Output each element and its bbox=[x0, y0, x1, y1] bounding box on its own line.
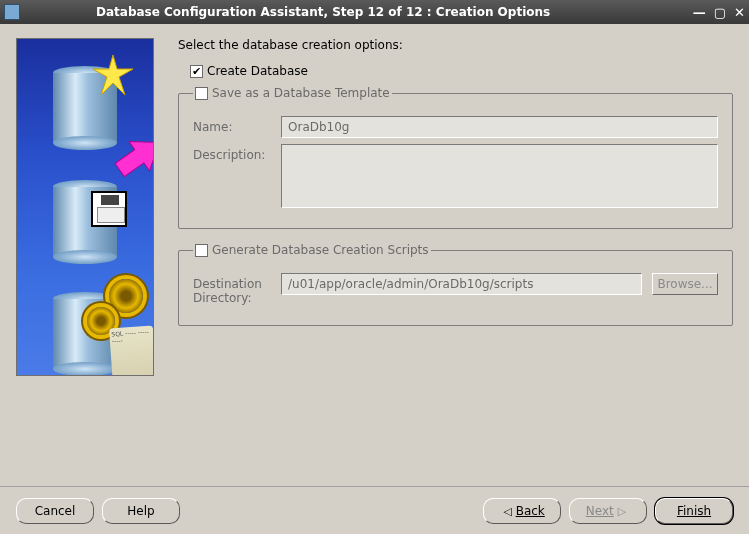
app-icon bbox=[4, 4, 20, 20]
save-template-group: Save as a Database Template Name: OraDb1… bbox=[178, 86, 733, 229]
template-name-input[interactable]: OraDb10g bbox=[281, 116, 718, 138]
generate-scripts-group: Generate Database Creation Scripts Desti… bbox=[178, 243, 733, 326]
browse-button[interactable]: Browse... bbox=[652, 273, 718, 295]
sql-script-icon: SQL ----- ----- ----- bbox=[109, 326, 154, 376]
content-area: SQL ----- ----- ----- Select the databas… bbox=[0, 24, 749, 534]
app-window: Database Configuration Assistant, Step 1… bbox=[0, 0, 749, 534]
floppy-disk-icon bbox=[91, 191, 127, 227]
help-button[interactable]: Help bbox=[102, 498, 180, 524]
close-button[interactable]: ✕ bbox=[734, 5, 745, 20]
create-database-label: Create Database bbox=[207, 64, 308, 78]
left-arrow-icon: ◁ bbox=[503, 505, 511, 518]
dest-dir-input[interactable]: /u01/app/oracle/admin/OraDb10g/scripts bbox=[281, 273, 642, 295]
right-arrow-icon: ▷ bbox=[618, 505, 626, 518]
pink-arrow-icon bbox=[113, 129, 154, 177]
generate-scripts-checkbox[interactable] bbox=[195, 244, 208, 257]
create-database-checkbox[interactable]: ✔ bbox=[190, 65, 203, 78]
template-name-label: Name: bbox=[193, 116, 271, 134]
svg-marker-0 bbox=[93, 55, 133, 95]
template-desc-label: Description: bbox=[193, 144, 271, 162]
minimize-button[interactable]: — bbox=[693, 5, 706, 20]
save-template-checkbox[interactable] bbox=[195, 87, 208, 100]
cancel-button[interactable]: Cancel bbox=[16, 498, 94, 524]
wizard-sidebar-image: SQL ----- ----- ----- bbox=[16, 38, 154, 376]
titlebar[interactable]: Database Configuration Assistant, Step 1… bbox=[0, 0, 749, 24]
maximize-button[interactable]: ▢ bbox=[714, 5, 726, 20]
sparkle-icon bbox=[93, 55, 133, 95]
back-button[interactable]: ◁Back bbox=[483, 498, 561, 524]
dest-dir-label: Destination Directory: bbox=[193, 273, 271, 305]
save-template-legend: Save as a Database Template bbox=[212, 86, 390, 100]
svg-marker-1 bbox=[113, 129, 154, 177]
gear-icon bbox=[109, 279, 143, 313]
next-button[interactable]: Next▷ bbox=[569, 498, 647, 524]
template-desc-textarea[interactable] bbox=[281, 144, 718, 208]
form-panel: Select the database creation options: ✔ … bbox=[178, 38, 733, 480]
generate-scripts-legend: Generate Database Creation Scripts bbox=[212, 243, 429, 257]
button-bar: Cancel Help ◁Back Next▷ Finish bbox=[0, 486, 749, 534]
prompt-text: Select the database creation options: bbox=[178, 38, 733, 52]
window-title: Database Configuration Assistant, Step 1… bbox=[26, 5, 687, 19]
finish-button[interactable]: Finish bbox=[655, 498, 733, 524]
